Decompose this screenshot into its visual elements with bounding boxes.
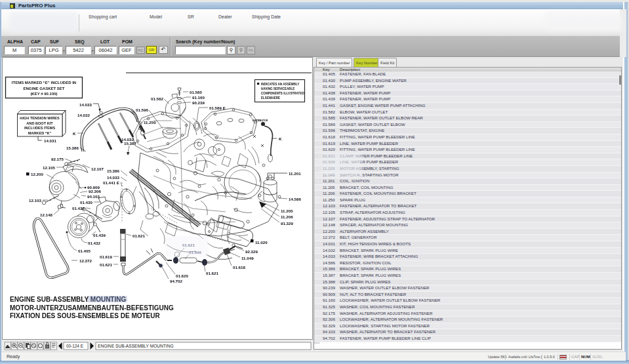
svg-text:DISTRIBUTOR: DISTRIBUTOR [253, 119, 268, 122]
svg-text:92.329: 92.329 [245, 249, 258, 254]
svg-text:90.239: 90.239 [192, 100, 205, 105]
svg-text:15.386: 15.386 [66, 146, 79, 150]
svg-text:14.032: 14.032 [77, 113, 90, 117]
svg-text:MARKED “K”: MARKED “K” [28, 131, 52, 135]
svg-text:01.619: 01.619 [100, 254, 112, 259]
svg-text:ITEMS MARKED “E” INCLUDED IN: ITEMS MARKED “E” INCLUDED IN [12, 81, 76, 85]
svg-text:92.175: 92.175 [51, 157, 64, 161]
svg-text:AND BOOT KIT: AND BOOT KIT [26, 121, 53, 125]
svg-text:94.103: 94.103 [87, 194, 100, 199]
svg-text:COMPONENTS ILLUSTRATED: COMPONENTS ILLUSTRATED [261, 92, 304, 95]
svg-text:14.033: 14.033 [79, 102, 92, 107]
svg-text:12.107: 12.107 [91, 167, 104, 171]
svg-text:MOTOR-UNTERZUSAMMENBAUTEN-BEFE: MOTOR-UNTERZUSAMMENBAUTEN-BEFESTIGUNG [10, 304, 174, 312]
svg-text:12.103: 12.103 [29, 198, 41, 203]
svg-text:ENGINE SUB-ASSEMBLY MOUNTING: ENGINE SUB-ASSEMBLY MOUNTING [10, 296, 126, 303]
svg-text:01.438: 01.438 [72, 206, 85, 211]
svg-text:12.105: 12.105 [43, 165, 55, 170]
svg-text:K: K [279, 136, 282, 141]
svg-text:14.586: 14.586 [289, 197, 301, 201]
svg-text:01.589 E: 01.589 E [209, 106, 226, 110]
svg-text:01.618: 01.618 [233, 265, 245, 270]
svg-text:00-124 E: 00-124 E [66, 344, 83, 348]
svg-text:91.329: 91.329 [281, 221, 293, 226]
svg-text:INDICATES AN ASSEMBLY: INDICATES AN ASSEMBLY [261, 83, 299, 86]
svg-text:ELSEWHERE: ELSEWHERE [261, 96, 280, 100]
svg-text:12.200: 12.200 [31, 172, 43, 176]
svg-text:01.621: 01.621 [100, 262, 112, 267]
svg-text:FIXATION DES SOUS-ENSEMBLES DE: FIXATION DES SOUS-ENSEMBLES DE MOTEUR [10, 312, 160, 319]
svg-text:01.621: 01.621 [132, 233, 145, 238]
svg-text:94.702: 94.702 [170, 279, 182, 283]
svg-text:15.387: 15.387 [124, 141, 136, 146]
svg-text:11.205: 11.205 [281, 209, 293, 213]
svg-text:14.033: 14.033 [107, 175, 119, 180]
svg-text:11.020: 11.020 [255, 240, 268, 245]
svg-text:12.148: 12.148 [40, 212, 52, 217]
svg-text:HIGH TENSION WIRES: HIGH TENSION WIRES [20, 116, 60, 120]
svg-text:11.201: 11.201 [289, 171, 301, 176]
svg-text:01.582: 01.582 [151, 96, 163, 101]
svg-text:11.250: 11.250 [144, 120, 156, 125]
svg-text:01.432: 01.432 [88, 241, 100, 245]
svg-text:(KEY # 90.100): (KEY # 90.100) [30, 92, 57, 96]
svg-text:01.439: 01.439 [93, 233, 106, 237]
svg-text:01.620: 01.620 [176, 273, 188, 278]
svg-text:ENGINE SUB-ASSEMBLY MOUNTING: ENGINE SUB-ASSEMBLY MOUNTING [98, 344, 174, 348]
svg-text:INCLUDES ITEMS: INCLUDES ITEMS [24, 126, 56, 130]
svg-text:01.405: 01.405 [78, 249, 91, 253]
svg-text:92.306: 92.306 [89, 189, 101, 193]
svg-text:HAVING SERVICEABLE: HAVING SERVICEABLE [261, 87, 294, 91]
svg-text:01.621: 01.621 [206, 271, 218, 275]
svg-text:14.031: 14.031 [44, 138, 56, 143]
svg-text:01.596: 01.596 [136, 108, 148, 112]
svg-text:01.441 E: 01.441 E [103, 180, 119, 185]
svg-text:01.585: 01.585 [190, 90, 202, 94]
svg-text:01.430: 01.430 [80, 200, 92, 205]
svg-text:11.049: 11.049 [241, 256, 254, 260]
svg-text:91.160: 91.160 [192, 95, 205, 100]
svg-text:K: K [73, 131, 76, 136]
svg-text:15.386: 15.386 [107, 169, 119, 173]
svg-text:ENGINE GASKET SET: ENGINE GASKET SET [23, 87, 64, 91]
svg-text:12.372: 12.372 [79, 258, 92, 263]
svg-text:11.206: 11.206 [281, 214, 293, 219]
